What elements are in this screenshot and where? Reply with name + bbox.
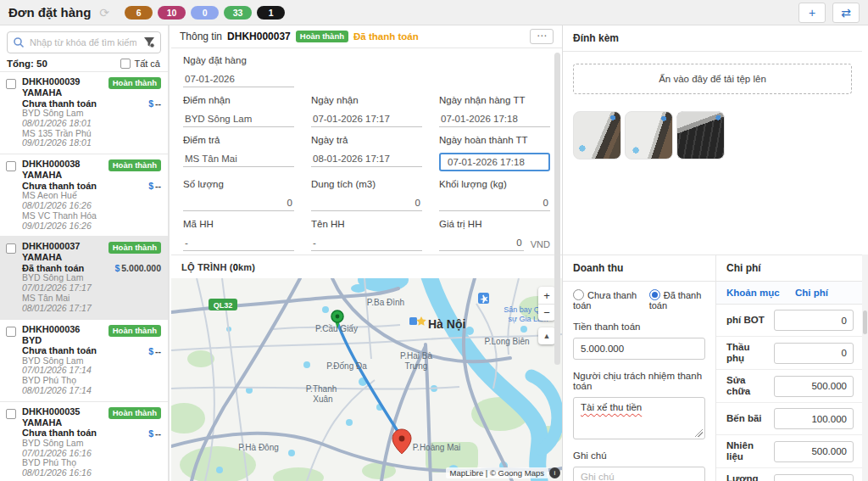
weight-input[interactable]: 0 [439,197,550,211]
radio-unpaid[interactable]: Chưa thanh toán [573,289,638,310]
order-list-item[interactable]: DHKH000036 Hoàn thành BYD Chưa thanh toá… [0,319,168,401]
map-attribution: MapLibre | © Goong Maps [446,467,548,478]
label-hai-ba-trung-1: P.Hai Bà [400,351,433,361]
cost-row: Nhiên liệu [716,435,862,468]
cost-input[interactable] [774,474,854,481]
complete-actual-date-input-focused[interactable]: 07-01-2026 17:18 [439,153,550,171]
order-dropoff-time: 09/01/2026 16:26 [22,221,161,232]
cost-label: Thầu phụ [726,342,774,364]
radio-unpaid-circle[interactable] [573,289,584,300]
count-badge-green[interactable]: 33 [224,6,252,20]
compass-button[interactable]: ▲ [538,327,555,344]
drop-date-input[interactable]: 08-01-2026 17:17 [311,153,422,167]
goods-code-input[interactable]: - [183,237,294,251]
road-badge-ql32: QL32 [209,299,237,310]
select-all-checkbox[interactable] [120,59,131,69]
cost-label: Sửa chữa [726,375,774,397]
radio-paid[interactable]: Đã thanh toán [649,289,705,310]
costs-col-cost: Chi phí [795,288,828,298]
order-amount: $-- [148,181,161,191]
right-panel-scrollbar-thumb[interactable] [863,310,867,334]
payment-amount-input[interactable] [573,338,705,360]
pickup-date-input[interactable]: 07-01-2026 17:17 [311,113,422,127]
order-list-item-selected[interactable]: DHKH000037 Hoàn thành YAMAHA Đã thanh to… [0,236,168,318]
label-long-bien: P.Long Biên [484,337,529,346]
cost-input[interactable] [774,408,854,429]
label-ba-dinh: P.Ba Đình [367,298,404,307]
label-thanh-xuan-2: Xuân [313,394,332,404]
costs-section: Chi phí Khoản mục Chi phí phí BOT Thầu p… [716,255,862,481]
count-badge-orange[interactable]: 6 [125,6,153,20]
order-dropoff-time: 08/01/2026 17:17 [22,304,161,314]
order-list-item[interactable]: DHKH000039 Hoàn thành YAMAHA Chưa thanh … [0,71,168,154]
refresh-icon[interactable]: ⟳ [99,6,109,20]
field-volume: Dung tích (m3) 0 [311,179,422,211]
order-dropoff: MS Tân Mai [22,294,161,304]
payment-amount-label: Tiền thanh toán [573,322,705,332]
right-panel-scrollbar-track[interactable] [862,254,868,481]
pickup-actual-date-input[interactable]: 07-01-2026 17:18 [439,113,550,127]
order-pickup-time: 08/01/2026 16:26 [22,201,161,211]
attachment-thumbnail-3[interactable] [676,111,725,159]
plus-icon: + [809,6,815,20]
zoom-in-button[interactable]: + [538,287,555,304]
transfer-button[interactable]: ⇄ [832,3,860,23]
cost-row: Bến bãi [716,403,862,435]
map-info-icon[interactable]: i [549,467,560,478]
drop-point-input[interactable]: MS Tân Mai [183,153,294,167]
resize-handle-icon[interactable] [695,429,703,437]
order-date-input[interactable]: 07-01-2026 [183,73,294,87]
order-checkbox[interactable] [6,409,16,419]
cost-label: phí BOT [726,315,774,326]
swap-arrows-icon: ⇄ [841,6,851,20]
attachment-thumbnail-1[interactable] [573,111,621,159]
order-status-badge: Hoàn thành [108,407,161,419]
route-map[interactable]: QL32 P.Cầu Giấy P.Ba Đình P.Long Biên P.… [171,278,562,481]
responsible-textarea[interactable]: Tài xế thu tiền [573,397,705,439]
cost-input[interactable] [774,441,854,462]
attachment-thumbnails [573,111,852,159]
more-options-button[interactable]: ⋯ [530,29,554,44]
main-panel-scrollbar[interactable] [554,53,560,365]
order-detail-panel: Thông tin DHKH000037 Hoàn thành Đã thanh… [171,25,562,481]
order-checkbox[interactable] [6,79,16,89]
page-title: Đơn đặt hàng [8,5,91,20]
order-checkbox[interactable] [6,161,16,171]
goods-name-input[interactable]: - [311,237,422,251]
volume-input[interactable]: 0 [311,197,422,211]
svg-text:QL32: QL32 [214,301,233,310]
field-drop-point: Điểm trả MS Tân Mai [183,135,294,171]
upload-dropzone[interactable]: Ấn vào đây để tải tệp lên [573,64,852,94]
cost-input[interactable] [774,376,854,397]
count-badge-pink[interactable]: 10 [158,6,186,20]
count-badge-blue[interactable]: 0 [191,6,219,20]
count-badge-black[interactable]: 1 [257,6,285,20]
order-checkbox[interactable] [6,327,16,337]
costs-title: Chi phí [716,255,862,282]
cost-input[interactable] [774,343,854,364]
order-brand: YAMAHA [22,170,161,181]
quantity-input[interactable]: 0 [183,197,294,211]
cost-label: Nhiên liệu [726,440,774,462]
radio-paid-circle[interactable] [649,289,660,300]
top-bar: Đơn đặt hàng ⟳ 6 10 0 33 1 + ⇄ [0,0,868,25]
attachment-thumbnail-2[interactable] [625,111,673,159]
order-status-badge: Hoàn thành [108,77,161,89]
field-weight: Khối lượng (kg) 0 [439,179,550,211]
order-status-badge: Hoàn thành [108,242,161,254]
note-textarea[interactable]: Ghi chú [573,467,705,481]
zoom-out-button[interactable]: − [538,304,555,321]
order-payment-status: Chưa thanh toán [22,345,161,356]
pickup-point-input[interactable]: BYD Sông Lam [183,113,294,127]
search-input[interactable] [7,31,161,53]
cost-input[interactable] [774,310,854,331]
add-order-button[interactable]: + [798,3,826,23]
order-list-item[interactable]: DHKH000038 Hoàn thành YAMAHA Chưa thanh … [0,154,168,236]
filter-funnel-icon[interactable] [143,36,155,48]
currency-symbol: $ [114,263,120,273]
field-pickup-point: Điểm nhận BYD Sông Lam [183,95,294,127]
order-checkbox[interactable] [6,243,16,254]
goods-value-input[interactable]: 0 [439,237,524,251]
cost-row: phí BOT [716,305,862,337]
order-list-item[interactable]: DHKH000035 Hoàn thành YAMAHA Chưa thanh … [0,401,168,481]
